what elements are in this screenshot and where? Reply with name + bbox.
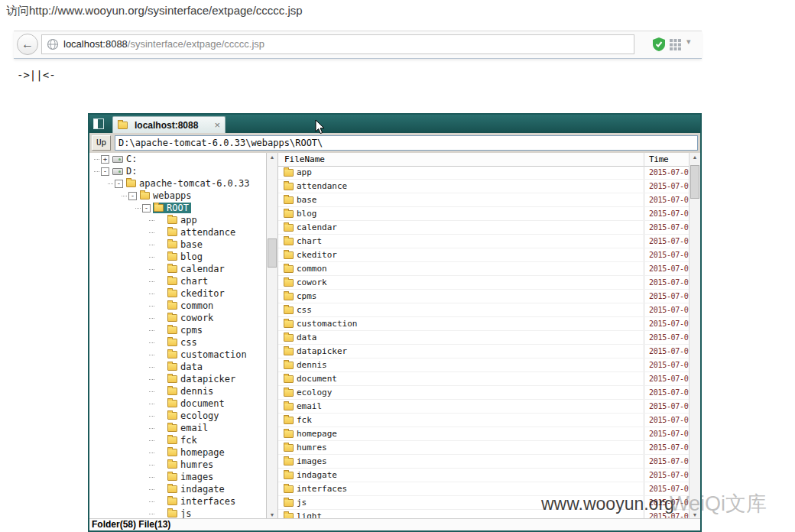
table-scrollbar[interactable]: ▲ ▼: [689, 153, 700, 519]
table-scroll-thumb[interactable]: [690, 165, 699, 199]
file-name-link[interactable]: ecology: [297, 388, 332, 397]
file-name-link[interactable]: calendar: [297, 222, 337, 232]
file-name-link[interactable]: document: [297, 374, 337, 384]
dropdown-caret-icon[interactable]: ▾: [686, 37, 691, 47]
table-row[interactable]: blog2015-07-09: [278, 207, 689, 221]
tree-item-d[interactable]: -D:: [89, 165, 266, 177]
tree-scroll-down-icon[interactable]: ▼: [267, 512, 277, 517]
file-name-link[interactable]: fck: [297, 415, 312, 425]
collapse-box-icon[interactable]: -: [101, 167, 109, 176]
back-button[interactable]: ←: [17, 34, 38, 55]
table-row[interactable]: base2015-07-09: [278, 193, 689, 207]
file-name-link[interactable]: email: [297, 401, 322, 411]
file-name-link[interactable]: images: [297, 456, 327, 466]
file-name-link[interactable]: interfaces: [297, 484, 347, 494]
tree-scroll-up-icon[interactable]: ▲: [267, 154, 277, 160]
window-titlebar[interactable]: localhost:8088 ×: [89, 115, 700, 133]
file-name-link[interactable]: js: [297, 498, 307, 508]
table-scroll-up-icon[interactable]: ▲: [690, 154, 700, 160]
tree-item-email[interactable]: email: [89, 422, 266, 434]
tree-item-c[interactable]: +C:: [89, 153, 266, 165]
table-row[interactable]: homepage2015-07-09: [278, 427, 689, 441]
tree-item-webapps[interactable]: -webapps: [89, 190, 266, 202]
file-name-link[interactable]: indagate: [297, 470, 337, 480]
tree-item-fck[interactable]: fck: [89, 434, 266, 446]
file-name-link[interactable]: dennis: [297, 360, 327, 370]
column-header-filename[interactable]: FileName: [278, 153, 644, 166]
expand-box-icon[interactable]: +: [101, 155, 109, 164]
tree-item-ecology[interactable]: ecology: [89, 410, 266, 422]
up-button[interactable]: Up: [92, 135, 111, 151]
table-row[interactable]: document2015-07-09: [278, 372, 689, 386]
tree-item-blog[interactable]: blog: [89, 251, 266, 263]
table-row[interactable]: common2015-07-09: [278, 262, 689, 276]
tree-item-homepage[interactable]: homepage: [89, 446, 266, 459]
table-row[interactable]: datapicker2015-07-09: [278, 345, 689, 358]
tree-item-customaction[interactable]: customaction: [89, 349, 266, 361]
apps-grid-icon[interactable]: [670, 39, 681, 54]
tree-item-indagate[interactable]: indagate: [89, 483, 266, 495]
table-row[interactable]: email2015-07-09: [278, 400, 689, 414]
address-bar[interactable]: localhost:8088/sysinterface/extpage/cccc…: [41, 34, 634, 54]
tree-item-root[interactable]: -ROOT: [89, 202, 266, 214]
table-row[interactable]: ckeditor2015-07-09: [278, 248, 689, 262]
tree-item-cpms[interactable]: cpms: [89, 324, 266, 336]
table-row[interactable]: cowork2015-07-09: [278, 276, 689, 290]
table-row[interactable]: calendar2015-07-09: [278, 221, 689, 235]
file-name-link[interactable]: cowork: [297, 277, 327, 287]
tab-close-icon[interactable]: ×: [214, 120, 220, 130]
tree-item-base[interactable]: base: [89, 238, 266, 251]
table-row[interactable]: data2015-07-09: [278, 331, 689, 345]
tree-item-css[interactable]: css: [89, 336, 266, 349]
tree-item-app[interactable]: app: [89, 214, 266, 226]
table-row[interactable]: images2015-07-09: [278, 455, 689, 469]
table-row[interactable]: dennis2015-07-09: [278, 358, 689, 372]
file-name-link[interactable]: common: [297, 264, 327, 274]
file-name-link[interactable]: attendance: [297, 181, 347, 191]
file-name-link[interactable]: cpms: [297, 291, 317, 301]
tree-item-calendar[interactable]: calendar: [89, 263, 266, 275]
file-name-link[interactable]: data: [297, 332, 317, 342]
column-header-time[interactable]: Time: [644, 154, 689, 164]
tree-item-document[interactable]: document: [89, 397, 266, 410]
tree-item-humres[interactable]: humres: [89, 459, 266, 471]
tree-item-js[interactable]: js: [89, 508, 266, 519]
file-name-link[interactable]: chart: [297, 236, 322, 246]
collapse-box-icon[interactable]: -: [115, 180, 123, 188]
file-name-link[interactable]: homepage: [297, 429, 337, 439]
path-input[interactable]: D:\apache-tomcat-6.0.33\webapps\ROOT\: [115, 135, 698, 151]
tree-scrollbar[interactable]: ▲ ▼: [266, 153, 278, 519]
table-row[interactable]: cpms2015-07-09: [278, 290, 689, 303]
tree-item-chart[interactable]: chart: [89, 275, 266, 287]
table-row[interactable]: customaction2015-07-09: [278, 317, 689, 331]
tree-item-images[interactable]: images: [89, 471, 266, 483]
file-name-link[interactable]: app: [297, 167, 312, 177]
file-name-link[interactable]: base: [297, 195, 317, 205]
table-row[interactable]: indagate2015-07-09: [278, 469, 689, 482]
table-row[interactable]: ecology2015-07-09: [278, 386, 689, 400]
tree-scroll-thumb[interactable]: [268, 238, 277, 268]
table-row[interactable]: chart2015-07-09: [278, 235, 689, 248]
file-name-link[interactable]: humres: [297, 443, 327, 453]
table-row[interactable]: humres2015-07-09: [278, 441, 689, 455]
file-name-link[interactable]: ckeditor: [297, 250, 337, 260]
table-row[interactable]: app2015-07-09: [278, 166, 689, 180]
collapse-box-icon[interactable]: -: [142, 204, 151, 212]
file-name-link[interactable]: customaction: [297, 319, 357, 329]
collapse-box-icon[interactable]: -: [128, 192, 137, 200]
table-row[interactable]: css2015-07-09: [278, 303, 689, 317]
tree-item-cowork[interactable]: cowork: [89, 312, 266, 324]
tab-localhost[interactable]: localhost:8088 ×: [112, 116, 226, 133]
tree-item-attendance[interactable]: attendance: [89, 226, 266, 238]
tree-item-apache-tomcat-6-0-33[interactable]: -apache-tomcat-6.0.33: [89, 177, 266, 190]
tree-item-data[interactable]: data: [89, 361, 266, 373]
table-row[interactable]: attendance2015-07-09: [278, 180, 689, 193]
file-name-link[interactable]: datapicker: [297, 346, 347, 356]
file-name-link[interactable]: css: [297, 305, 312, 315]
security-shield-icon[interactable]: [653, 37, 665, 54]
tree-item-common[interactable]: common: [89, 300, 266, 312]
tree-item-interfaces[interactable]: interfaces: [89, 495, 266, 508]
file-name-link[interactable]: blog: [297, 209, 317, 219]
table-row[interactable]: fck2015-07-09: [278, 414, 689, 427]
tree-item-dennis[interactable]: dennis: [89, 385, 266, 397]
